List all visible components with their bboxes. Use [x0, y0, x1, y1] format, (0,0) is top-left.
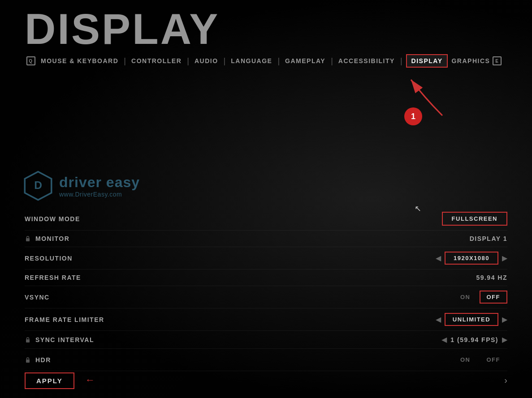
apply-button-container: APPLY ←	[25, 372, 95, 389]
setting-control-refresh-rate: 59.94 Hz	[476, 274, 507, 281]
tab-graphics[interactable]: GRAPHICS E	[450, 54, 506, 68]
hdr-off-button[interactable]: OFF	[480, 353, 508, 366]
svg-rect-5	[26, 359, 30, 363]
watermark: D driver easy www.DriverEasy.com	[22, 170, 140, 201]
setting-control-sync-interval: ◀ 1 (59.94 FPS) ▶	[441, 335, 507, 344]
key-q-icon: Q	[26, 56, 35, 65]
tab-controller[interactable]: CONTROLLER	[130, 55, 183, 67]
setting-row-refresh-rate: REFRESH RATE 59.94 Hz	[25, 270, 507, 286]
nav-separator-6: |	[400, 56, 402, 66]
tab-audio[interactable]: AUDIO	[193, 55, 220, 67]
setting-control-hdr: ON OFF	[453, 353, 507, 366]
setting-control-vsync: ON OFF	[453, 291, 507, 304]
vsync-off-button[interactable]: OFF	[480, 291, 508, 304]
annotation-arrow	[402, 71, 456, 124]
setting-row-resolution: RESOLUTION ◀ 1920x1080 ▶	[25, 247, 507, 270]
setting-label-frame-rate-limiter: FRAME RATE LIMITER	[25, 316, 104, 323]
svg-rect-4	[26, 339, 30, 342]
tab-language[interactable]: LANGUAGE	[229, 55, 274, 67]
nav-tabs: Q MOUSE & KEYBOARD | CONTROLLER | AUDIO …	[25, 54, 506, 68]
frame-rate-value: UNLIMITED	[445, 313, 498, 326]
setting-control-monitor: DISPLAY 1	[470, 235, 507, 242]
tab-gameplay[interactable]: GAMEPLAY	[283, 55, 327, 67]
setting-label-hdr: HDR	[25, 356, 51, 364]
setting-row-hdr: HDR ON OFF	[25, 349, 507, 371]
frame-rate-left-arrow[interactable]: ◀	[436, 315, 441, 324]
svg-text:D: D	[34, 179, 42, 191]
tab-mouse-keyboard[interactable]: Q MOUSE & KEYBOARD	[25, 54, 120, 68]
apply-arrow-icon: ←	[85, 374, 95, 386]
setting-row-sync-interval: SYNC INTERVAL ◀ 1 (59.94 FPS) ▶	[25, 331, 507, 349]
lock-icon-hdr	[25, 357, 31, 363]
sync-interval-value: 1 (59.94 FPS)	[450, 336, 498, 343]
setting-row-window-mode: WINDOW MODE FULLSCREEN	[25, 207, 507, 231]
right-nav-arrow[interactable]: ›	[504, 375, 507, 385]
nav-separator-1: |	[124, 56, 126, 66]
setting-label-window-mode: WINDOW MODE	[25, 215, 80, 223]
setting-label-monitor: MONITOR	[25, 235, 69, 242]
hdr-on-button[interactable]: ON	[453, 353, 478, 366]
tab-display[interactable]: DISPLAY	[406, 54, 448, 68]
setting-label-vsync: VSYNC	[25, 294, 50, 301]
apply-button[interactable]: APPLY	[25, 372, 74, 389]
setting-control-resolution: ◀ 1920x1080 ▶	[436, 252, 507, 265]
vsync-on-button[interactable]: ON	[453, 291, 478, 304]
nav-separator-3: |	[224, 56, 226, 66]
setting-row-vsync: VSYNC ON OFF	[25, 286, 507, 308]
sync-interval-left-arrow[interactable]: ◀	[441, 335, 447, 344]
key-e-icon: E	[493, 56, 502, 65]
sync-interval-right-arrow[interactable]: ▶	[502, 335, 507, 344]
window-mode-fullscreen-button[interactable]: FULLSCREEN	[442, 212, 507, 226]
setting-row-monitor: MONITOR DISPLAY 1	[25, 231, 507, 247]
setting-label-refresh-rate: REFRESH RATE	[25, 274, 81, 281]
resolution-left-arrow[interactable]: ◀	[436, 254, 441, 262]
refresh-rate-value: 59.94 Hz	[476, 274, 507, 281]
setting-label-sync-interval: SYNC INTERVAL	[25, 336, 94, 343]
nav-separator-4: |	[277, 56, 280, 66]
setting-label-resolution: RESOLUTION	[25, 255, 73, 262]
monitor-value: DISPLAY 1	[470, 235, 507, 242]
watermark-logo: D	[22, 170, 54, 201]
tab-accessibility[interactable]: ACCESSIBILITY	[337, 55, 397, 67]
setting-control-frame-rate-limiter: ◀ UNLIMITED ▶	[436, 313, 507, 326]
annotation-number: 1	[404, 107, 422, 125]
resolution-right-arrow[interactable]: ▶	[502, 254, 507, 262]
resolution-value: 1920x1080	[445, 252, 498, 265]
page-title: DISPLAY	[25, 4, 220, 54]
frame-rate-right-arrow[interactable]: ▶	[502, 315, 507, 324]
nav-separator-2: |	[187, 56, 189, 66]
settings-panel: WINDOW MODE FULLSCREEN MONITOR DISPLAY 1	[0, 207, 532, 371]
svg-rect-3	[26, 238, 30, 241]
nav-separator-5: |	[331, 56, 333, 66]
setting-row-frame-rate-limiter: FRAME RATE LIMITER ◀ UNLIMITED ▶	[25, 308, 507, 331]
lock-icon-sync-interval	[25, 337, 31, 343]
setting-control-window-mode: FULLSCREEN	[442, 212, 507, 226]
lock-icon-monitor	[25, 235, 31, 242]
watermark-brand: driver easy	[59, 174, 140, 191]
watermark-url: www.DriverEasy.com	[59, 191, 140, 198]
